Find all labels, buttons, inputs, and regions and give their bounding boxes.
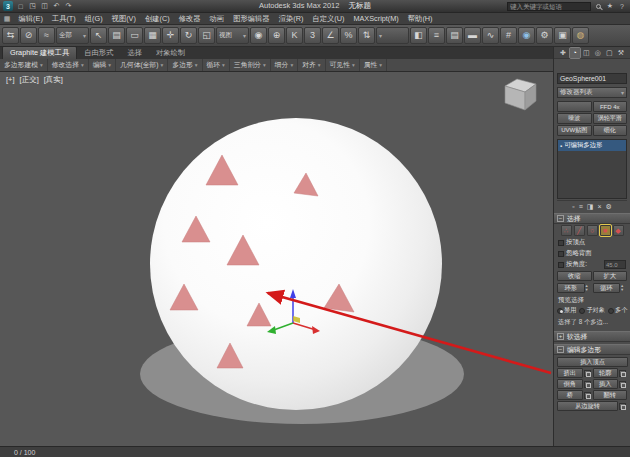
polygon-subobject-icon[interactable]: ■ <box>600 225 611 236</box>
redo-icon[interactable]: ↷ <box>63 1 74 12</box>
spinner-snap-icon[interactable]: ⇅ <box>358 27 375 44</box>
preview-subobject-radio[interactable]: 子对象 <box>579 306 605 315</box>
render-production-icon[interactable]: ◍ <box>572 27 589 44</box>
preview-disable-radio[interactable]: 禁用 <box>557 306 576 315</box>
menu-item[interactable]: 修改器 <box>174 13 205 24</box>
rendered-frame-window-icon[interactable]: ▣ <box>554 27 571 44</box>
bridge-button[interactable]: 桥 <box>557 390 583 400</box>
menu-item[interactable]: 帮助(H) <box>403 13 437 24</box>
menu-item[interactable]: 图形编辑器 <box>229 13 274 24</box>
rectangular-selection-region-icon[interactable]: ▭ <box>126 27 143 44</box>
modifier-button-noise[interactable]: 噪波 <box>557 113 592 124</box>
render-setup-icon[interactable]: ⚙ <box>536 27 553 44</box>
menu-item[interactable]: 工具(T) <box>47 13 80 24</box>
viewport-pov-menu[interactable]: [正交] <box>20 75 39 85</box>
select-and-rotate-icon[interactable]: ↻ <box>180 27 197 44</box>
menu-item[interactable]: 视图(V) <box>107 13 140 24</box>
layer-manager-icon[interactable]: ▤ <box>446 27 463 44</box>
help-icon[interactable]: ? <box>617 1 627 11</box>
selection-filter-dropdown[interactable]: 全部 <box>56 27 89 44</box>
schematic-view-icon[interactable]: # <box>500 27 517 44</box>
new-scene-icon[interactable]: □ <box>15 1 26 12</box>
flip-button[interactable]: 翻转 <box>593 390 628 400</box>
select-and-scale-icon[interactable]: ◱ <box>198 27 215 44</box>
ribbon-panel-title[interactable]: 编辑 <box>89 59 116 71</box>
stack-item-editable-poly[interactable]: ▪ 可编辑多边形 <box>558 140 626 151</box>
border-subobject-icon[interactable]: ○ <box>587 225 598 236</box>
application-menu-button[interactable]: 3 <box>3 1 13 11</box>
inset-button[interactable]: 插入 <box>593 379 619 389</box>
rollout-soft-selection-header[interactable]: + 软选择 <box>554 331 630 342</box>
graphite-ribbon-toggle-icon[interactable]: ▬ <box>464 27 481 44</box>
select-object-icon[interactable]: ↖ <box>90 27 107 44</box>
modifier-button-uvw-map[interactable]: UVW贴图 <box>557 125 592 136</box>
vertex-subobject-icon[interactable]: ∴ <box>561 225 572 236</box>
insert-vertex-button[interactable]: 插入顶点 <box>557 357 628 367</box>
geosphere-object[interactable] <box>150 118 442 410</box>
hinge-from-edge-button[interactable]: 从边旋转 <box>557 401 618 411</box>
viewport-shading-menu[interactable]: [真实] <box>44 75 63 85</box>
menu-item[interactable]: MAXScript(M) <box>349 13 403 24</box>
select-and-move-icon[interactable]: ✛ <box>162 27 179 44</box>
viewport[interactable]: [+] [正交] [真实] <box>0 72 553 446</box>
unlink-selection-icon[interactable]: ⊘ <box>20 27 37 44</box>
mirror-icon[interactable]: ◧ <box>410 27 427 44</box>
pin-stack-icon[interactable]: ▫ <box>572 203 574 210</box>
create-tab-icon[interactable]: ✚ <box>558 48 568 58</box>
ribbon-panel-title[interactable]: 循环 <box>203 59 230 71</box>
window-crossing-icon[interactable]: ▦ <box>144 27 161 44</box>
menu-item[interactable]: 创建(C) <box>140 13 174 24</box>
hierarchy-tab-icon[interactable]: ◫ <box>581 48 591 58</box>
curve-editor-icon[interactable]: ∿ <box>482 27 499 44</box>
ignore-backfacing-checkbox[interactable]: 忽略背面 <box>554 248 630 259</box>
outline-settings-icon[interactable] <box>619 370 626 377</box>
ribbon-panel-title[interactable]: 修改选择 <box>48 59 89 71</box>
ribbon-tab[interactable]: 对象绘制 <box>149 47 192 59</box>
modifier-list-dropdown[interactable]: 修改器列表 ▾ <box>557 87 627 98</box>
percent-snap-icon[interactable]: % <box>340 27 357 44</box>
loop-button[interactable]: 循环 <box>593 283 621 293</box>
element-subobject-icon[interactable]: ◆ <box>613 225 624 236</box>
ring-spinner[interactable]: ▴▾ <box>586 284 592 292</box>
object-name-field[interactable]: GeoSphere001 <box>557 73 627 84</box>
modify-tab-icon[interactable]: ◔ <box>570 48 580 58</box>
ribbon-tab[interactable]: 选择 <box>120 47 149 59</box>
bevel-settings-icon[interactable] <box>584 381 591 388</box>
ribbon-panel-title[interactable]: 可见性 <box>326 59 360 71</box>
rollout-selection-header[interactable]: − 选择 <box>554 213 630 224</box>
modifier-button-blank[interactable] <box>557 101 592 112</box>
extrude-settings-icon[interactable] <box>584 370 591 377</box>
motion-tab-icon[interactable]: ◎ <box>593 48 603 58</box>
ribbon-panel-title[interactable]: 细分 <box>271 59 298 71</box>
rollout-edit-polygons-header[interactable]: − 编辑多边形 <box>554 344 630 355</box>
configure-modifier-sets-icon[interactable]: ⚙ <box>606 203 612 210</box>
utilities-tab-icon[interactable]: ⚒ <box>616 48 626 58</box>
ribbon-tab[interactable]: Graphite 建模工具 <box>2 46 77 59</box>
workspace-icon[interactable]: ▦ <box>0 15 14 23</box>
extrude-button[interactable]: 挤出 <box>557 368 583 378</box>
angle-snap-icon[interactable]: ∠ <box>322 27 339 44</box>
select-and-manipulate-icon[interactable]: ⊕ <box>268 27 285 44</box>
ribbon-panel-title[interactable]: 几何体(全部) <box>116 59 168 71</box>
make-unique-icon[interactable]: ◨ <box>587 203 594 210</box>
edge-subobject-icon[interactable]: ╱ <box>574 225 585 236</box>
menu-item[interactable]: 动画 <box>205 13 229 24</box>
undo-icon[interactable]: ↶ <box>51 1 62 12</box>
preview-multiple-radio[interactable]: 多个 <box>608 306 627 315</box>
ribbon-tab[interactable]: 自由形式 <box>77 47 120 59</box>
menu-item[interactable]: 编辑(E) <box>14 13 47 24</box>
hinge-settings-icon[interactable] <box>619 403 626 410</box>
material-editor-icon[interactable]: ◉ <box>518 27 535 44</box>
by-angle-checkbox[interactable]: 按角度: <box>554 259 591 270</box>
show-end-result-icon[interactable]: ≡ <box>579 203 583 210</box>
use-pivot-point-icon[interactable]: ◉ <box>250 27 267 44</box>
ribbon-panel-title[interactable]: 多边形建模 <box>0 59 48 71</box>
named-selection-sets-dropdown[interactable] <box>376 27 409 44</box>
display-tab-icon[interactable]: ▢ <box>604 48 614 58</box>
modifier-button-ffd4x[interactable]: FFD 4x <box>593 101 628 112</box>
save-file-icon[interactable]: ◫ <box>39 1 50 12</box>
modifier-button-turbosmooth[interactable]: 涡轮平滑 <box>593 113 628 124</box>
open-file-icon[interactable]: ◳ <box>27 1 38 12</box>
bevel-button[interactable]: 倒角 <box>557 379 583 389</box>
viewcube-icon[interactable] <box>505 79 536 110</box>
